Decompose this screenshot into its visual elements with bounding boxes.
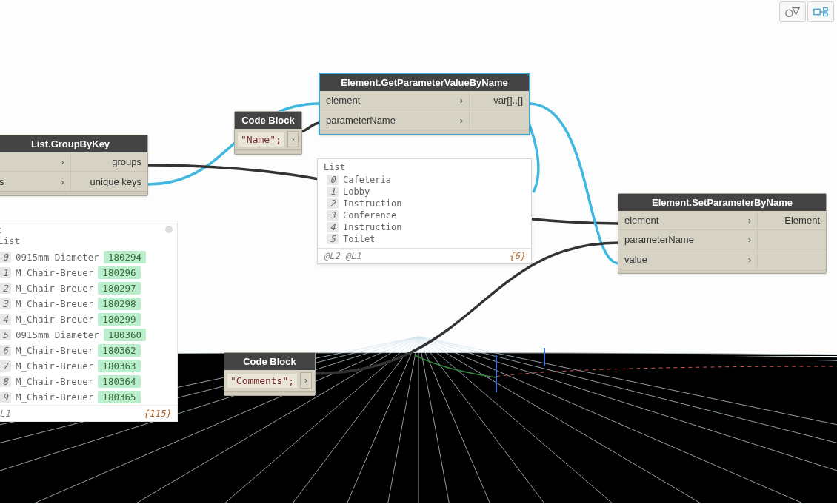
data-row[interactable]: 4M_Chair-Breuer180299 <box>0 312 177 327</box>
data-count: {115} <box>143 408 171 419</box>
watch-row[interactable]: 2Instruction <box>327 198 527 209</box>
geometry-toggle-icon <box>784 5 801 19</box>
data-row[interactable]: 00915mm Diameter180294 <box>0 249 177 265</box>
input-port-parametername[interactable]: parameterName› <box>618 230 757 249</box>
geometry-toggle-button[interactable] <box>779 1 806 22</box>
element-label: M_Chair-Breuer <box>16 360 93 372</box>
list-index: 4 <box>0 314 11 325</box>
data-preview-list[interactable]: t List 00915mm Diameter1802941M_Chair-Br… <box>0 221 178 422</box>
node-title: Element.GetParameterValueByName <box>320 74 529 91</box>
watch-header: List <box>318 159 531 174</box>
node-footer <box>224 391 315 395</box>
element-label: M_Chair-Breuer <box>16 283 93 294</box>
data-row[interactable]: 2M_Chair-Breuer180297 <box>0 280 177 296</box>
element-label: M_Chair-Breuer <box>16 267 93 278</box>
nav-mode-button[interactable] <box>807 1 834 22</box>
node-footer <box>618 269 826 273</box>
watch-row[interactable]: 5Toilet <box>327 233 527 245</box>
watch-count: {6} <box>509 251 525 261</box>
watch-levels: @L2 @L1 <box>324 251 361 261</box>
list-index: 2 <box>327 198 339 209</box>
element-id-pill[interactable]: 180363 <box>98 360 140 372</box>
element-label: M_Chair-Breuer <box>16 376 93 387</box>
list-index: 2 <box>0 283 11 294</box>
node-codeblock-comments[interactable]: Code Block "Comments"; › <box>224 352 316 396</box>
list-index: 1 <box>0 267 11 278</box>
element-label: M_Chair-Breuer <box>16 392 93 403</box>
chevron-right-icon: › <box>748 234 751 245</box>
output-port-uniquekeys[interactable]: unique keys <box>71 172 148 191</box>
list-value: Instruction <box>343 222 401 232</box>
element-id-pill[interactable]: 180364 <box>98 375 140 388</box>
input-port-element[interactable]: element› <box>320 91 469 110</box>
element-label: M_Chair-Breuer <box>16 298 93 309</box>
preview-pin-icon[interactable] <box>165 226 173 233</box>
data-header-a: t <box>0 221 177 235</box>
node-codeblock-name[interactable]: Code Block "Name"; › <box>234 111 302 155</box>
element-id-pill[interactable]: 180360 <box>104 329 146 341</box>
list-index: 1 <box>327 187 339 197</box>
element-id-pill[interactable]: 180299 <box>98 313 140 326</box>
node-footer <box>320 130 529 134</box>
nav-mode-icon <box>813 5 829 19</box>
element-id-pill[interactable]: 180296 <box>98 266 140 279</box>
svg-point-22 <box>786 10 793 16</box>
element-label: 0915mm Diameter <box>16 252 99 263</box>
input-port-element[interactable]: element› <box>618 211 757 230</box>
element-id-pill[interactable]: 180294 <box>104 251 146 263</box>
chevron-right-icon: › <box>748 215 751 226</box>
chevron-right-icon: › <box>61 176 64 187</box>
node-footer <box>235 149 301 154</box>
chevron-right-icon: › <box>460 115 463 126</box>
output-port-var[interactable]: var[]..[] <box>470 91 529 110</box>
list-index: 8 <box>0 376 11 387</box>
node-list-groupbykey[interactable]: List.GroupByKey › s› groups unique keys <box>0 135 148 196</box>
node-title: Code Block <box>235 112 301 129</box>
list-value: Cafeteria <box>343 175 391 185</box>
output-port[interactable]: › <box>287 131 299 147</box>
element-id-pill[interactable]: 180362 <box>98 344 140 357</box>
data-row[interactable]: 9M_Chair-Breuer180365 <box>0 389 177 405</box>
output-port-groups[interactable]: groups <box>71 152 148 172</box>
codeblock-text[interactable]: "Comments"; <box>227 374 297 388</box>
node-element-setparameterbyname[interactable]: Element.SetParameterByName element› para… <box>618 193 827 274</box>
data-row[interactable]: 7M_Chair-Breuer180363 <box>0 358 177 374</box>
element-id-pill[interactable]: 180365 <box>98 391 140 403</box>
input-port-s[interactable]: s› <box>0 172 70 191</box>
input-port-parametername[interactable]: parameterName› <box>320 110 469 130</box>
list-index: 3 <box>327 210 339 221</box>
watch-row[interactable]: 3Conference <box>327 209 527 221</box>
list-index: 7 <box>0 360 11 372</box>
list-value: Lobby <box>343 187 370 197</box>
chevron-right-icon: › <box>460 95 463 106</box>
list-index: 4 <box>327 222 339 232</box>
node-title: List.GroupByKey <box>0 135 147 152</box>
codeblock-text[interactable]: "Name"; <box>238 132 284 147</box>
data-header-b: List <box>0 235 177 249</box>
node-element-getparametervaluebyname[interactable]: Element.GetParameterValueByName element›… <box>319 73 530 135</box>
element-label: M_Chair-Breuer <box>16 345 93 356</box>
chevron-right-icon: › <box>748 254 751 265</box>
output-port[interactable]: › <box>300 372 312 389</box>
input-port-value[interactable]: value› <box>618 249 757 269</box>
input-port[interactable]: › <box>0 152 70 172</box>
element-id-pill[interactable]: 180298 <box>98 298 140 310</box>
node-footer <box>0 191 147 195</box>
watch-row[interactable]: 0Cafeteria <box>327 174 527 186</box>
element-label: 0915mm Diameter <box>16 329 99 340</box>
data-row[interactable]: 1M_Chair-Breuer180296 <box>0 265 177 280</box>
watch-preview[interactable]: List 0Cafeteria1Lobby2Instruction3Confer… <box>317 158 532 264</box>
data-row[interactable]: 50915mm Diameter180360 <box>0 327 177 343</box>
data-row[interactable]: 3M_Chair-Breuer180298 <box>0 296 177 312</box>
watch-row[interactable]: 1Lobby <box>327 186 527 198</box>
data-row[interactable]: 6M_Chair-Breuer180362 <box>0 343 177 358</box>
list-value: Toilet <box>343 234 375 244</box>
data-row[interactable]: 8M_Chair-Breuer180364 <box>0 374 177 389</box>
element-label: M_Chair-Breuer <box>16 314 93 325</box>
list-index: 0 <box>0 252 11 263</box>
list-index: 0 <box>327 175 339 185</box>
watch-row[interactable]: 4Instruction <box>327 221 527 233</box>
element-id-pill[interactable]: 180297 <box>98 282 140 295</box>
output-port-element[interactable]: Element <box>758 211 826 230</box>
list-index: 6 <box>0 345 11 356</box>
